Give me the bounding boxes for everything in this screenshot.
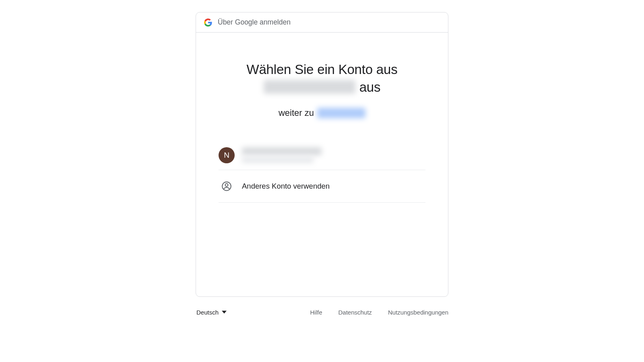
person-icon [219, 178, 235, 194]
privacy-link[interactable]: Datenschutz [338, 309, 372, 316]
language-select[interactable]: Deutsch [196, 306, 227, 318]
use-other-account-button[interactable]: Anderes Konto verwenden [219, 170, 425, 203]
help-link[interactable]: Hilfe [310, 309, 322, 316]
avatar: N [219, 147, 235, 163]
terms-link[interactable]: Nutzungsbedingungen [388, 309, 448, 316]
google-logo-icon [204, 19, 212, 27]
language-label: Deutsch [196, 309, 219, 316]
page-root: Über Google anmelden Wählen Sie ein Kont… [0, 0, 644, 362]
subline-prefix: weiter zu [279, 108, 314, 118]
account-item[interactable]: N [219, 141, 425, 170]
card-header: Über Google anmelden [196, 12, 448, 33]
headline-line2: aus [264, 78, 381, 96]
headline-line1: Wählen Sie ein Konto aus [247, 62, 398, 77]
redacted-account-name [242, 147, 322, 155]
svg-point-1 [225, 183, 228, 186]
page-headline: Wählen Sie ein Konto aus aus [247, 61, 398, 98]
card-body: Wählen Sie ein Konto aus aus weiter zu N [196, 33, 448, 296]
use-other-account-label: Anderes Konto verwenden [242, 182, 330, 191]
caret-down-icon [222, 309, 227, 316]
footer-links: Hilfe Datenschutz Nutzungsbedingungen [310, 309, 448, 316]
footer: Deutsch Hilfe Datenschutz Nutzungsbeding… [196, 297, 448, 318]
redacted-app-name [317, 108, 365, 118]
account-list: N Anderes Konto verwenden [219, 141, 425, 203]
subline: weiter zu [279, 108, 365, 118]
redacted-domain [264, 80, 355, 94]
redacted-account-email [242, 157, 314, 163]
account-text [242, 147, 322, 163]
card-header-title: Über Google anmelden [218, 18, 291, 27]
headline-line2-suffix: aus [359, 78, 381, 96]
signin-card: Über Google anmelden Wählen Sie ein Kont… [196, 12, 448, 297]
